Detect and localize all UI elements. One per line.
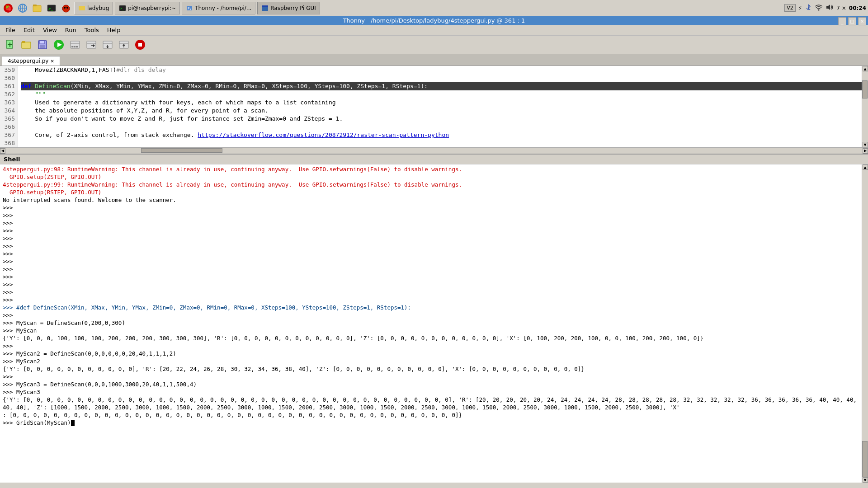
taskbar-terminal-label: pi@raspberrypi:~ bbox=[128, 5, 176, 11]
volume-icon bbox=[826, 4, 834, 12]
battery-indicator: 7 × bbox=[836, 5, 846, 11]
menu-view[interactable]: View bbox=[39, 26, 61, 34]
menu-edit[interactable]: Edit bbox=[20, 26, 38, 34]
svg-rect-7 bbox=[33, 5, 37, 6]
raspberry-pi-icon[interactable]: 🍓 bbox=[2, 2, 14, 14]
svg-point-21 bbox=[818, 9, 820, 11]
svg-text:🍓: 🍓 bbox=[5, 5, 12, 11]
run-button[interactable] bbox=[52, 38, 66, 52]
menubar: File Edit View Run Tools Help bbox=[0, 25, 868, 36]
svg-rect-20 bbox=[262, 5, 268, 7]
debug-button[interactable]: ≡≡≡ bbox=[68, 38, 82, 52]
shell-output[interactable]: 4steppergui.py:98: RuntimeWarning: This … bbox=[0, 164, 862, 483]
editor-hscrollbar[interactable]: ◀ ▶ bbox=[0, 147, 868, 154]
scroll-up-button[interactable]: ▲ bbox=[863, 66, 868, 71]
tab-label: 4steppergui.py bbox=[8, 58, 48, 64]
taskbar-ladybug[interactable]: ladybug bbox=[74, 2, 113, 14]
step-over-button[interactable] bbox=[84, 38, 99, 52]
taskbar-raspberrypi-gui[interactable]: Raspberry Pi GUI bbox=[257, 2, 320, 14]
editor-vscrollbar[interactable]: ▲ ▼ bbox=[862, 66, 868, 147]
svg-rect-30 bbox=[40, 45, 45, 48]
clock: 00:24 bbox=[849, 5, 866, 11]
shell-wrapper: Shell 4steppergui.py:98: RuntimeWarning:… bbox=[0, 154, 868, 483]
svg-text:>_: >_ bbox=[48, 6, 53, 11]
open-file-button[interactable] bbox=[19, 38, 33, 52]
bluetooth-icon: ⚡ bbox=[798, 5, 802, 11]
svg-text:Py: Py bbox=[188, 7, 191, 10]
svg-rect-6 bbox=[33, 5, 41, 12]
svg-marker-22 bbox=[826, 5, 830, 10]
shell-scroll-down[interactable]: ▼ bbox=[863, 477, 868, 483]
filemanager-icon[interactable] bbox=[31, 2, 43, 14]
svg-rect-36 bbox=[87, 41, 96, 48]
step-into-button[interactable] bbox=[100, 38, 115, 52]
taskbar-thonny-label: Thonny - /home/pi/... bbox=[195, 5, 251, 11]
v2-indicator: V2 bbox=[784, 4, 796, 12]
scroll-thumb[interactable] bbox=[862, 80, 868, 99]
wifi-icon bbox=[815, 4, 823, 12]
shell-scroll-thumb[interactable] bbox=[862, 441, 868, 477]
menu-file[interactable]: File bbox=[2, 26, 19, 34]
svg-point-13 bbox=[66, 7, 68, 9]
svg-rect-14 bbox=[79, 6, 85, 10]
scroll-right-button[interactable]: ▶ bbox=[863, 148, 868, 154]
browser-icon[interactable] bbox=[16, 2, 29, 14]
shell-vscrollbar[interactable]: ▲ ▼ bbox=[862, 164, 868, 483]
taskbar: 🍓 >_ ladybug >_ bbox=[0, 0, 868, 16]
ladybug-icon[interactable] bbox=[60, 2, 72, 14]
svg-text:≡≡≡: ≡≡≡ bbox=[71, 45, 78, 49]
new-file-button[interactable] bbox=[3, 38, 17, 52]
line-numbers: 359 360 361 362 363 364 365 366 367 368 … bbox=[0, 66, 18, 147]
taskbar-terminal[interactable]: >_ pi@raspberrypi:~ bbox=[115, 2, 180, 14]
window-titlebar: Thonny - /home/pi/Desktop/ladybug/4stepp… bbox=[0, 16, 868, 25]
stop-button[interactable] bbox=[133, 38, 147, 52]
hscroll-thumb[interactable] bbox=[141, 148, 222, 153]
close-button[interactable]: ✕ bbox=[858, 17, 866, 25]
cursor bbox=[71, 420, 75, 426]
menu-run[interactable]: Run bbox=[61, 26, 80, 34]
svg-rect-29 bbox=[40, 41, 44, 44]
shell-scroll-up[interactable]: ▲ bbox=[863, 164, 868, 170]
bt-icon bbox=[805, 4, 812, 12]
svg-rect-49 bbox=[138, 43, 142, 47]
tab-4steppergui[interactable]: 4steppergui.py ✕ bbox=[2, 56, 60, 66]
svg-rect-27 bbox=[22, 41, 25, 43]
save-file-button[interactable] bbox=[35, 38, 50, 52]
taskbar-gui-label: Raspberry Pi GUI bbox=[270, 5, 316, 11]
minimize-button[interactable]: _ bbox=[838, 17, 846, 25]
scroll-left-button[interactable]: ◀ bbox=[0, 148, 5, 154]
menu-tools[interactable]: Tools bbox=[81, 26, 103, 34]
taskbar-thonny[interactable]: Py Thonny - /home/pi/... bbox=[182, 2, 255, 14]
tab-close-button[interactable]: ✕ bbox=[50, 59, 54, 64]
window-controls: _ □ ✕ bbox=[838, 17, 866, 25]
menu-help[interactable]: Help bbox=[104, 26, 124, 34]
svg-point-12 bbox=[64, 7, 66, 9]
step-out-button[interactable] bbox=[117, 38, 131, 52]
editor-area[interactable]: 359 360 361 362 363 364 365 366 367 368 … bbox=[0, 66, 868, 147]
shell-header: Shell bbox=[0, 154, 868, 164]
taskbar-ladybug-label: ladybug bbox=[87, 5, 109, 11]
shell-title: Shell bbox=[4, 156, 20, 163]
editor-content[interactable]: MoveZ(ZBACKWARD,1,FAST)#dlr dls delay de… bbox=[18, 66, 868, 147]
system-tray: V2 ⚡ 7 × 00:24 bbox=[784, 4, 866, 12]
window-title: Thonny - /home/pi/Desktop/ladybug/4stepp… bbox=[343, 17, 525, 24]
scroll-down-button[interactable]: ▼ bbox=[863, 142, 868, 147]
svg-text:>_: >_ bbox=[120, 7, 124, 10]
svg-rect-26 bbox=[22, 42, 31, 48]
editor-wrapper: 359 360 361 362 363 364 365 366 367 368 … bbox=[0, 66, 868, 154]
toolbar: ≡≡≡ bbox=[0, 36, 868, 54]
main-area: 359 360 361 362 363 364 365 366 367 368 … bbox=[0, 66, 868, 483]
terminal-taskbar-icon[interactable]: >_ bbox=[45, 2, 58, 14]
editor-tabs: 4steppergui.py ✕ bbox=[0, 54, 868, 66]
maximize-button[interactable]: □ bbox=[848, 17, 856, 25]
